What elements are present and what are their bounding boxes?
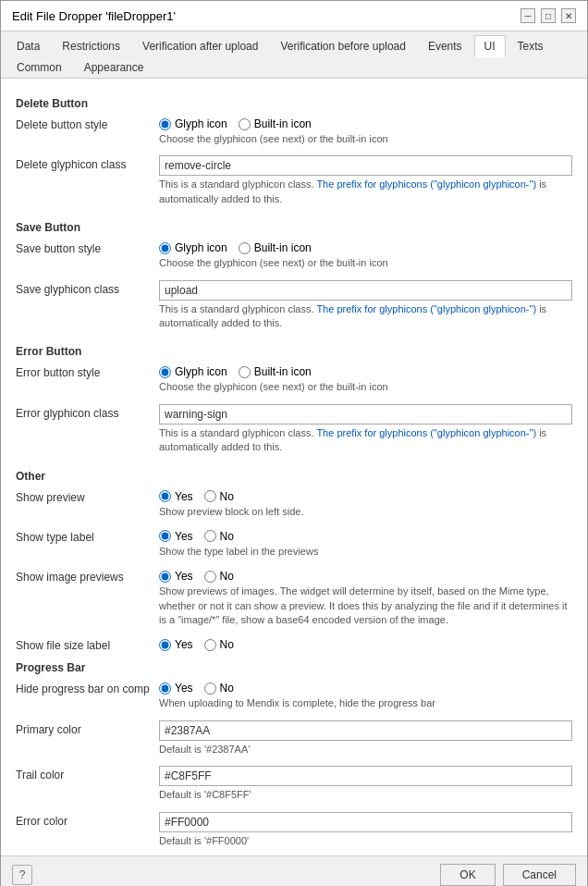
delete-glyph-option[interactable]: Glyph icon — [159, 117, 227, 130]
tab-bar: Data Restrictions Verification after upl… — [1, 31, 587, 79]
help-button[interactable]: ? — [12, 865, 32, 885]
delete-style-control: Glyph icon Built-in icon Choose the glyp… — [159, 116, 572, 152]
error-class-hint-blue: The prefix for glyphicons ("glyphicon gl… — [316, 427, 536, 438]
show-preview-hint: Show preview block on left side. — [159, 505, 572, 519]
delete-class-label: Delete glyphicon class — [16, 155, 159, 171]
delete-class-hint-blue: The prefix for glyphicons ("glyphicon gl… — [316, 178, 536, 190]
save-builtin-option[interactable]: Built-in icon — [239, 241, 312, 254]
delete-style-label: Delete button style — [16, 116, 159, 131]
delete-builtin-option[interactable]: Built-in icon — [239, 117, 312, 130]
show-preview-label: Show preview — [16, 488, 159, 504]
save-glyph-option[interactable]: Glyph icon — [159, 241, 227, 254]
delete-builtin-radio[interactable] — [239, 118, 251, 130]
footer: ? OK Cancel — [1, 855, 587, 886]
save-builtin-radio[interactable] — [239, 242, 251, 254]
save-class-input[interactable] — [159, 280, 572, 301]
hide-progress-no-option[interactable]: No — [204, 682, 234, 695]
trail-color-input[interactable] — [159, 766, 572, 786]
error-style-row: Error button style Glyph icon Built-in i… — [16, 363, 572, 400]
show-type-yes-radio[interactable] — [159, 530, 171, 542]
show-filesize-radio-group: Yes No — [159, 636, 572, 651]
error-style-label: Error button style — [16, 363, 159, 379]
delete-class-hint-plain: This is a standard glyphicon class. — [159, 178, 316, 190]
title-bar: Edit File Dropper 'fileDropper1' ─ □ ✕ — [1, 1, 587, 31]
delete-glyph-radio[interactable] — [159, 118, 171, 130]
tab-common[interactable]: Common — [6, 56, 72, 78]
show-type-yes-option[interactable]: Yes — [159, 530, 193, 543]
tab-appearance[interactable]: Appearance — [74, 56, 154, 78]
tab-data[interactable]: Data — [6, 35, 50, 56]
error-button-header: Error Button — [16, 345, 572, 358]
show-image-no-radio[interactable] — [204, 571, 216, 583]
hide-progress-yes-radio[interactable] — [159, 683, 171, 695]
show-image-yes-option[interactable]: Yes — [159, 570, 193, 583]
show-preview-no-option[interactable]: No — [204, 490, 234, 503]
save-style-row: Save button style Glyph icon Built-in ic… — [16, 240, 572, 276]
show-filesize-label: Show file size label — [16, 636, 159, 652]
tab-verification-before[interactable]: Verification before upload — [270, 35, 415, 56]
show-filesize-no-radio[interactable] — [204, 639, 216, 651]
save-class-hint-plain: This is a standard glyphicon class. — [159, 303, 316, 314]
save-glyph-radio[interactable] — [159, 242, 171, 254]
show-image-yes-radio[interactable] — [159, 571, 171, 583]
show-preview-no-label: No — [220, 490, 234, 503]
error-glyph-option[interactable]: Glyph icon — [159, 365, 227, 378]
restore-button[interactable]: □ — [541, 8, 556, 23]
error-glyph-radio[interactable] — [159, 366, 171, 378]
hide-progress-no-radio[interactable] — [204, 683, 216, 695]
show-type-no-option[interactable]: No — [204, 530, 234, 543]
delete-builtin-label: Built-in icon — [254, 117, 312, 130]
error-color-input[interactable] — [159, 812, 572, 832]
save-glyph-label: Glyph icon — [175, 241, 227, 254]
ok-button[interactable]: OK — [440, 864, 495, 886]
tab-restrictions[interactable]: Restrictions — [52, 35, 130, 56]
show-image-label: Show image previews — [16, 568, 159, 584]
cancel-button[interactable]: Cancel — [503, 864, 576, 886]
error-class-input[interactable] — [159, 404, 572, 425]
delete-glyph-label: Glyph icon — [175, 117, 227, 130]
save-style-control: Glyph icon Built-in icon Choose the glyp… — [159, 240, 572, 276]
hide-progress-yes-option[interactable]: Yes — [159, 682, 193, 695]
show-filesize-no-option[interactable]: No — [204, 638, 234, 651]
show-type-yes-label: Yes — [175, 530, 193, 543]
show-filesize-yes-radio[interactable] — [159, 639, 171, 651]
show-preview-no-radio[interactable] — [204, 490, 216, 502]
show-preview-control: Yes No Show preview block on left side. — [159, 488, 572, 524]
progress-bar-header: Progress Bar — [16, 661, 572, 674]
error-builtin-label: Built-in icon — [254, 365, 312, 378]
show-type-no-radio[interactable] — [204, 530, 216, 542]
save-class-hint-blue: The prefix for glyphicons ("glyphicon gl… — [316, 303, 536, 314]
show-preview-yes-radio[interactable] — [159, 490, 171, 502]
tab-texts[interactable]: Texts — [508, 35, 554, 56]
delete-button-header: Delete Button — [16, 97, 572, 110]
save-class-label: Save glyphicon class — [16, 280, 159, 296]
error-builtin-option[interactable]: Built-in icon — [239, 365, 312, 378]
hide-progress-control: Yes No When uploading to Mendix is compl… — [159, 680, 572, 716]
error-class-hint: This is a standard glyphicon class. The … — [159, 426, 572, 455]
delete-style-radio-group: Glyph icon Built-in icon — [159, 116, 572, 130]
show-image-no-option[interactable]: No — [204, 570, 234, 583]
show-preview-yes-option[interactable]: Yes — [159, 490, 193, 503]
hide-progress-row: Hide progress bar on comp Yes No When up… — [16, 680, 572, 716]
error-class-row: Error glyphicon class This is a standard… — [16, 404, 572, 461]
save-style-hint: Choose the glyphicon (see next) or the b… — [159, 256, 572, 270]
close-button[interactable]: ✕ — [561, 8, 576, 23]
tab-verification-after[interactable]: Verification after upload — [132, 35, 268, 56]
tab-ui[interactable]: UI — [474, 35, 506, 57]
show-filesize-yes-option[interactable]: Yes — [159, 638, 193, 651]
show-filesize-row: Show file size label Yes No — [16, 636, 572, 652]
error-color-label: Error color — [16, 812, 159, 828]
hide-progress-yes-label: Yes — [175, 682, 193, 695]
delete-class-input[interactable] — [159, 155, 572, 176]
save-builtin-label: Built-in icon — [254, 241, 312, 254]
tab-events[interactable]: Events — [418, 35, 472, 56]
trail-color-control: Default is '#C8F5FF' — [159, 766, 572, 807]
error-builtin-radio[interactable] — [239, 366, 251, 378]
error-style-radio-group: Glyph icon Built-in icon — [159, 363, 572, 378]
hide-progress-radio-group: Yes No — [159, 680, 572, 695]
show-filesize-no-label: No — [220, 638, 234, 651]
show-image-yes-label: Yes — [175, 570, 193, 583]
minimize-button[interactable]: ─ — [521, 8, 535, 23]
show-type-radio-group: Yes No — [159, 528, 572, 543]
primary-color-input[interactable] — [159, 720, 572, 741]
